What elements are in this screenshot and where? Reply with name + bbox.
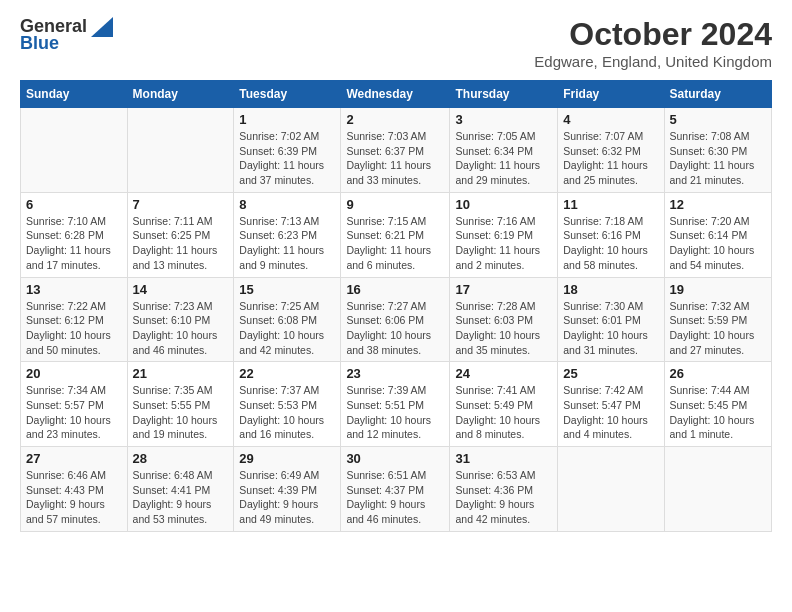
day-number: 23 — [346, 366, 444, 381]
day-cell: 10Sunrise: 7:16 AM Sunset: 6:19 PM Dayli… — [450, 192, 558, 277]
day-number: 6 — [26, 197, 122, 212]
week-row-1: 1Sunrise: 7:02 AM Sunset: 6:39 PM Daylig… — [21, 108, 772, 193]
day-cell: 4Sunrise: 7:07 AM Sunset: 6:32 PM Daylig… — [558, 108, 664, 193]
day-number: 20 — [26, 366, 122, 381]
day-info: Sunrise: 7:11 AM Sunset: 6:25 PM Dayligh… — [133, 214, 229, 273]
week-row-4: 20Sunrise: 7:34 AM Sunset: 5:57 PM Dayli… — [21, 362, 772, 447]
day-number: 19 — [670, 282, 767, 297]
day-cell: 5Sunrise: 7:08 AM Sunset: 6:30 PM Daylig… — [664, 108, 772, 193]
day-info: Sunrise: 7:35 AM Sunset: 5:55 PM Dayligh… — [133, 383, 229, 442]
day-info: Sunrise: 6:53 AM Sunset: 4:36 PM Dayligh… — [455, 468, 552, 527]
day-cell: 13Sunrise: 7:22 AM Sunset: 6:12 PM Dayli… — [21, 277, 128, 362]
day-number: 10 — [455, 197, 552, 212]
day-number: 29 — [239, 451, 335, 466]
day-cell — [664, 447, 772, 532]
day-info: Sunrise: 7:41 AM Sunset: 5:49 PM Dayligh… — [455, 383, 552, 442]
day-number: 28 — [133, 451, 229, 466]
day-cell: 12Sunrise: 7:20 AM Sunset: 6:14 PM Dayli… — [664, 192, 772, 277]
day-cell: 19Sunrise: 7:32 AM Sunset: 5:59 PM Dayli… — [664, 277, 772, 362]
day-info: Sunrise: 7:05 AM Sunset: 6:34 PM Dayligh… — [455, 129, 552, 188]
day-number: 11 — [563, 197, 658, 212]
header-day-monday: Monday — [127, 81, 234, 108]
day-info: Sunrise: 7:02 AM Sunset: 6:39 PM Dayligh… — [239, 129, 335, 188]
day-cell: 28Sunrise: 6:48 AM Sunset: 4:41 PM Dayli… — [127, 447, 234, 532]
day-number: 30 — [346, 451, 444, 466]
day-cell: 14Sunrise: 7:23 AM Sunset: 6:10 PM Dayli… — [127, 277, 234, 362]
day-number: 5 — [670, 112, 767, 127]
location-title: Edgware, England, United Kingdom — [534, 53, 772, 70]
day-number: 16 — [346, 282, 444, 297]
day-cell: 29Sunrise: 6:49 AM Sunset: 4:39 PM Dayli… — [234, 447, 341, 532]
day-cell: 27Sunrise: 6:46 AM Sunset: 4:43 PM Dayli… — [21, 447, 128, 532]
header-day-sunday: Sunday — [21, 81, 128, 108]
day-info: Sunrise: 7:42 AM Sunset: 5:47 PM Dayligh… — [563, 383, 658, 442]
day-info: Sunrise: 7:25 AM Sunset: 6:08 PM Dayligh… — [239, 299, 335, 358]
day-cell: 18Sunrise: 7:30 AM Sunset: 6:01 PM Dayli… — [558, 277, 664, 362]
day-cell: 26Sunrise: 7:44 AM Sunset: 5:45 PM Dayli… — [664, 362, 772, 447]
day-cell: 11Sunrise: 7:18 AM Sunset: 6:16 PM Dayli… — [558, 192, 664, 277]
day-info: Sunrise: 7:15 AM Sunset: 6:21 PM Dayligh… — [346, 214, 444, 273]
day-cell: 22Sunrise: 7:37 AM Sunset: 5:53 PM Dayli… — [234, 362, 341, 447]
day-cell: 2Sunrise: 7:03 AM Sunset: 6:37 PM Daylig… — [341, 108, 450, 193]
logo-blue: Blue — [20, 33, 59, 54]
day-info: Sunrise: 7:28 AM Sunset: 6:03 PM Dayligh… — [455, 299, 552, 358]
day-number: 13 — [26, 282, 122, 297]
day-cell: 17Sunrise: 7:28 AM Sunset: 6:03 PM Dayli… — [450, 277, 558, 362]
day-cell — [21, 108, 128, 193]
day-info: Sunrise: 7:20 AM Sunset: 6:14 PM Dayligh… — [670, 214, 767, 273]
week-row-3: 13Sunrise: 7:22 AM Sunset: 6:12 PM Dayli… — [21, 277, 772, 362]
day-info: Sunrise: 7:16 AM Sunset: 6:19 PM Dayligh… — [455, 214, 552, 273]
title-area: October 2024 Edgware, England, United Ki… — [534, 16, 772, 70]
day-number: 2 — [346, 112, 444, 127]
header-day-tuesday: Tuesday — [234, 81, 341, 108]
day-number: 21 — [133, 366, 229, 381]
header-day-wednesday: Wednesday — [341, 81, 450, 108]
day-number: 25 — [563, 366, 658, 381]
day-number: 26 — [670, 366, 767, 381]
header-day-friday: Friday — [558, 81, 664, 108]
day-cell: 6Sunrise: 7:10 AM Sunset: 6:28 PM Daylig… — [21, 192, 128, 277]
day-info: Sunrise: 7:10 AM Sunset: 6:28 PM Dayligh… — [26, 214, 122, 273]
day-cell: 1Sunrise: 7:02 AM Sunset: 6:39 PM Daylig… — [234, 108, 341, 193]
day-info: Sunrise: 7:13 AM Sunset: 6:23 PM Dayligh… — [239, 214, 335, 273]
day-cell: 30Sunrise: 6:51 AM Sunset: 4:37 PM Dayli… — [341, 447, 450, 532]
day-cell: 8Sunrise: 7:13 AM Sunset: 6:23 PM Daylig… — [234, 192, 341, 277]
day-cell: 20Sunrise: 7:34 AM Sunset: 5:57 PM Dayli… — [21, 362, 128, 447]
month-title: October 2024 — [534, 16, 772, 53]
day-cell: 25Sunrise: 7:42 AM Sunset: 5:47 PM Dayli… — [558, 362, 664, 447]
day-info: Sunrise: 7:37 AM Sunset: 5:53 PM Dayligh… — [239, 383, 335, 442]
day-cell: 9Sunrise: 7:15 AM Sunset: 6:21 PM Daylig… — [341, 192, 450, 277]
day-cell — [127, 108, 234, 193]
day-info: Sunrise: 6:49 AM Sunset: 4:39 PM Dayligh… — [239, 468, 335, 527]
logo: General Blue — [20, 16, 113, 54]
header: General Blue October 2024 Edgware, Engla… — [20, 16, 772, 70]
day-number: 8 — [239, 197, 335, 212]
day-info: Sunrise: 6:51 AM Sunset: 4:37 PM Dayligh… — [346, 468, 444, 527]
header-day-saturday: Saturday — [664, 81, 772, 108]
day-number: 24 — [455, 366, 552, 381]
header-row: SundayMondayTuesdayWednesdayThursdayFrid… — [21, 81, 772, 108]
day-info: Sunrise: 7:23 AM Sunset: 6:10 PM Dayligh… — [133, 299, 229, 358]
day-number: 15 — [239, 282, 335, 297]
day-number: 1 — [239, 112, 335, 127]
day-info: Sunrise: 7:39 AM Sunset: 5:51 PM Dayligh… — [346, 383, 444, 442]
day-cell: 24Sunrise: 7:41 AM Sunset: 5:49 PM Dayli… — [450, 362, 558, 447]
day-number: 31 — [455, 451, 552, 466]
svg-marker-0 — [91, 17, 113, 37]
day-cell: 16Sunrise: 7:27 AM Sunset: 6:06 PM Dayli… — [341, 277, 450, 362]
day-info: Sunrise: 7:03 AM Sunset: 6:37 PM Dayligh… — [346, 129, 444, 188]
day-number: 17 — [455, 282, 552, 297]
day-info: Sunrise: 7:44 AM Sunset: 5:45 PM Dayligh… — [670, 383, 767, 442]
day-number: 7 — [133, 197, 229, 212]
day-cell: 3Sunrise: 7:05 AM Sunset: 6:34 PM Daylig… — [450, 108, 558, 193]
day-info: Sunrise: 7:30 AM Sunset: 6:01 PM Dayligh… — [563, 299, 658, 358]
day-number: 4 — [563, 112, 658, 127]
week-row-5: 27Sunrise: 6:46 AM Sunset: 4:43 PM Dayli… — [21, 447, 772, 532]
day-number: 3 — [455, 112, 552, 127]
day-info: Sunrise: 6:46 AM Sunset: 4:43 PM Dayligh… — [26, 468, 122, 527]
day-info: Sunrise: 7:18 AM Sunset: 6:16 PM Dayligh… — [563, 214, 658, 273]
day-cell: 31Sunrise: 6:53 AM Sunset: 4:36 PM Dayli… — [450, 447, 558, 532]
day-cell: 15Sunrise: 7:25 AM Sunset: 6:08 PM Dayli… — [234, 277, 341, 362]
day-info: Sunrise: 6:48 AM Sunset: 4:41 PM Dayligh… — [133, 468, 229, 527]
day-cell: 21Sunrise: 7:35 AM Sunset: 5:55 PM Dayli… — [127, 362, 234, 447]
